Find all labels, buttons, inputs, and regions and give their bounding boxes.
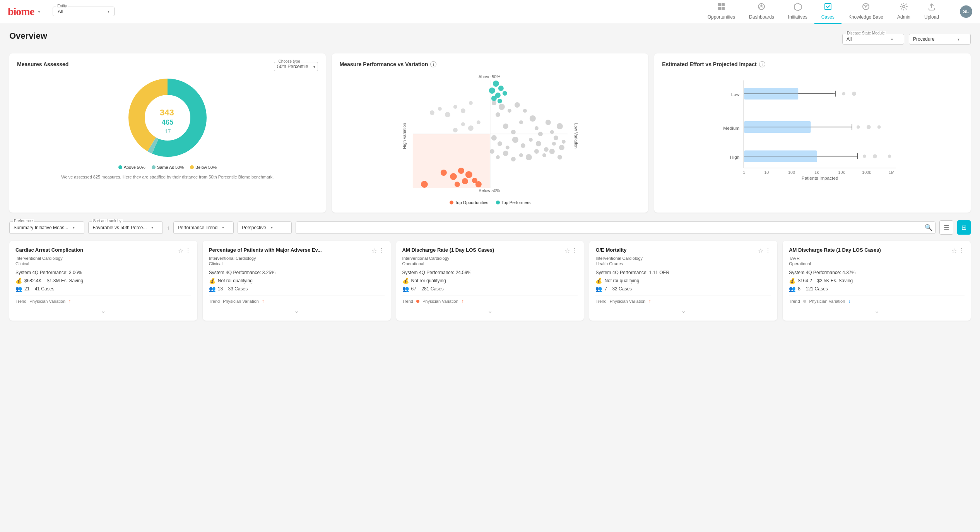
- knowledge-base-icon: [862, 2, 870, 13]
- svg-point-80: [440, 170, 446, 176]
- card-2-expand[interactable]: ⌄: [402, 307, 578, 314]
- card-4-expand[interactable]: ⌄: [789, 307, 965, 314]
- card-4-star[interactable]: ☆: [951, 247, 957, 254]
- legend-top-opportunities: Top Opportunities: [450, 200, 488, 205]
- card-4-actions: ☆ ⋮: [951, 247, 965, 254]
- card-0-cases-icon: 👥: [15, 286, 22, 292]
- legend-below-50-label: Below 50%: [195, 165, 217, 170]
- svg-point-67: [438, 107, 441, 111]
- card-4-performance: System 4Q Performance: 4.37%: [789, 270, 965, 275]
- card-3-cases-icon: 👥: [595, 286, 602, 292]
- legend-below-50: Below 50%: [190, 165, 217, 170]
- svg-point-110: [863, 154, 866, 158]
- disease-state-select[interactable]: Disease State Module All ▾: [842, 34, 904, 45]
- sort-label: Sort and rank by: [92, 219, 122, 223]
- svg-point-59: [534, 149, 539, 154]
- main-nav: Opportunities Dashboards Initiatives Cas…: [701, 0, 946, 24]
- nav-dashboards[interactable]: Dashboards: [742, 0, 781, 24]
- svg-rect-2: [718, 7, 721, 10]
- svg-point-105: [877, 125, 881, 129]
- card-1-expand[interactable]: ⌄: [209, 307, 385, 314]
- grid-view-button[interactable]: ⊞: [957, 220, 971, 235]
- user-avatar[interactable]: SL: [960, 5, 972, 18]
- card-2-title: AM Discharge Rate (1 Day LOS Cases): [402, 247, 562, 254]
- card-1-trend-arrow: ↑: [262, 299, 264, 304]
- toolbar: Preference Summary Initiative Meas... ▾ …: [9, 220, 971, 235]
- preference-select[interactable]: Preference Summary Initiative Meas... ▾: [9, 221, 84, 234]
- svg-marker-6: [794, 3, 801, 11]
- nav-admin[interactable]: Admin: [890, 0, 917, 24]
- logo[interactable]: biome ▾: [8, 5, 40, 18]
- logo-chevron[interactable]: ▾: [38, 9, 40, 14]
- entity-label: Entity: [56, 4, 68, 8]
- card-1-star[interactable]: ☆: [371, 247, 377, 254]
- perspective-select[interactable]: Perspective ▾: [238, 221, 292, 234]
- card-4-saving-icon: 💰: [789, 278, 795, 284]
- card-1-actions: ☆ ⋮: [371, 247, 385, 254]
- card-0-title: Cardiac Arrest Complication: [15, 247, 175, 254]
- svg-point-66: [445, 112, 450, 117]
- svg-text:1k: 1k: [814, 170, 819, 175]
- dashboards-icon: [757, 2, 766, 13]
- legend-same-as-50-dot: [152, 165, 156, 169]
- svg-point-33: [519, 120, 523, 124]
- svg-text:Low Variation: Low Variation: [573, 123, 578, 149]
- card-3-actions: ☆ ⋮: [758, 247, 771, 254]
- card-3-menu[interactable]: ⋮: [765, 247, 771, 254]
- card-1-title: Percentage of Patients with Major Advers…: [209, 247, 368, 254]
- card-3-star[interactable]: ☆: [758, 247, 763, 254]
- card-4-header: AM Discharge Rate (1 Day LOS Cases) ☆ ⋮: [789, 247, 965, 254]
- legend-above-50: Above 50%: [118, 165, 145, 170]
- card-2-saving-row: 💰 Not roi-qualifying: [402, 278, 578, 284]
- svg-text:Medium: Medium: [723, 125, 740, 131]
- card-1-menu[interactable]: ⋮: [378, 247, 385, 254]
- measure-performance-card: Measure Performance vs Variation i Above…: [332, 53, 648, 213]
- svg-point-77: [502, 91, 507, 96]
- card-1-cases-row: 👥 13 – 33 Cases: [209, 286, 385, 292]
- effort-impact-info[interactable]: i: [759, 61, 765, 67]
- card-0-menu[interactable]: ⋮: [185, 247, 191, 254]
- perspective-value: Perspective: [242, 225, 266, 230]
- preference-value: Summary Initiative Meas...: [14, 225, 68, 230]
- search-icon[interactable]: 🔍: [925, 224, 932, 231]
- card-1-saving: Not roi-qualifying: [218, 278, 253, 283]
- nav-opportunities[interactable]: Opportunities: [701, 0, 742, 24]
- list-view-button[interactable]: ☰: [939, 220, 953, 235]
- svg-point-103: [857, 125, 860, 129]
- card-4-trend-dot: [803, 300, 806, 303]
- nav-cases[interactable]: Cases: [814, 0, 841, 24]
- card-0-saving-row: 💰 $682.4K – $1.3M Es. Saving: [15, 278, 191, 284]
- card-0-trend-label: Trend: [15, 299, 26, 304]
- card-0-star[interactable]: ☆: [178, 247, 183, 254]
- svg-point-85: [462, 178, 468, 184]
- card-1-cases-icon: 👥: [209, 286, 215, 292]
- svg-point-75: [489, 88, 495, 94]
- sort-select[interactable]: Sort and rank by Favorable vs 50th Perce…: [88, 221, 163, 234]
- entity-select[interactable]: Entity All ▾: [53, 7, 115, 16]
- card-2-menu[interactable]: ⋮: [571, 247, 578, 254]
- choose-type-select[interactable]: Choose type 50th Percentile ▾: [274, 62, 318, 71]
- card-3-header: O/E Mortality ☆ ⋮: [595, 247, 771, 254]
- card-0-saving: $682.4K – $1.3M Es. Saving: [24, 278, 83, 283]
- svg-point-64: [460, 108, 465, 113]
- nav-initiatives[interactable]: Initiatives: [781, 0, 814, 24]
- card-3-expand[interactable]: ⌄: [595, 307, 771, 314]
- procedure-select[interactable]: Procedure ▾: [909, 34, 971, 45]
- card-2-star[interactable]: ☆: [564, 247, 570, 254]
- measures-assessed-card: Measures Assessed Choose type 50th Perce…: [9, 53, 326, 213]
- measure-performance-info[interactable]: i: [430, 61, 436, 67]
- svg-point-50: [544, 147, 548, 152]
- nav-knowledge-base[interactable]: Knowledge Base: [841, 0, 890, 24]
- card-4-menu[interactable]: ⋮: [958, 247, 965, 254]
- legend-below-50-dot: [190, 165, 194, 169]
- svg-text:17: 17: [165, 128, 171, 134]
- sort-direction-icon[interactable]: ↑: [167, 225, 169, 231]
- card-0-performance: System 4Q Performance: 3.06%: [15, 270, 191, 275]
- search-input[interactable]: [296, 221, 936, 234]
- card-0-expand[interactable]: ⌄: [15, 307, 191, 314]
- card-3-physician-variation: Physician Variation: [610, 299, 646, 304]
- performance-trend-select[interactable]: Performance Trend ▾: [173, 221, 234, 234]
- svg-point-79: [497, 99, 502, 103]
- card-1-header: Percentage of Patients with Major Advers…: [209, 247, 385, 254]
- nav-upload[interactable]: Upload: [917, 0, 946, 24]
